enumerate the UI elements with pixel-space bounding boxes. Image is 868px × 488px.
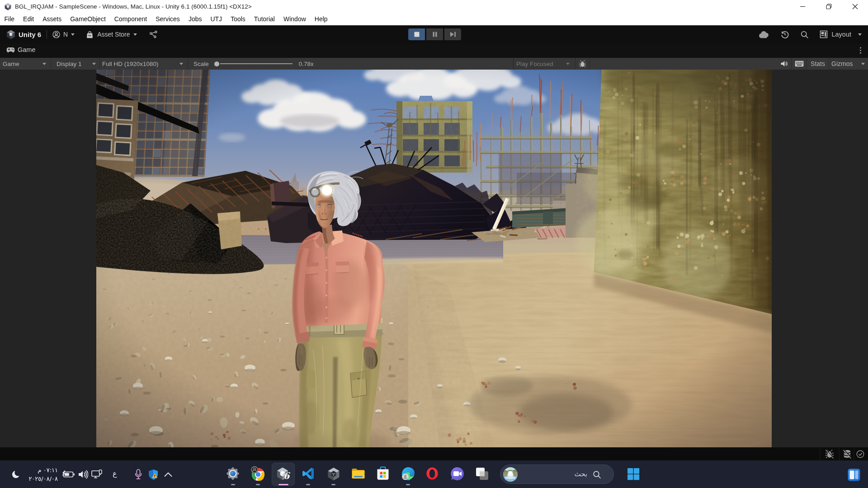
view-mode-dropdown[interactable]: Game xyxy=(0,58,51,70)
undo-history-icon[interactable] xyxy=(780,30,789,39)
taskbar-search-box[interactable]: بحث xyxy=(500,465,614,484)
gizmos-dropdown[interactable]: Gizmos xyxy=(829,58,868,70)
multiplayer-share-icon[interactable] xyxy=(149,31,158,38)
game-tab-label: Game xyxy=(18,46,36,53)
taskbar-edge-icon[interactable] xyxy=(401,466,416,482)
layout-grid-icon xyxy=(820,30,828,38)
tray-clock[interactable]: ٠٧:١١ م ٢٠٢٥/٠٨/٠٨ xyxy=(23,466,58,483)
scale-value: 0.78x xyxy=(299,61,314,67)
menu-jobs[interactable]: Jobs xyxy=(184,13,206,25)
search-icon[interactable] xyxy=(800,30,809,39)
cache-disabled-icon[interactable] xyxy=(842,450,852,459)
unity-toolbar: Unity 6 N Asset Store xyxy=(0,25,868,43)
running-indicator-active xyxy=(278,484,288,485)
taskbar-opera-icon[interactable] xyxy=(425,467,439,480)
tray-date: ٢٠٢٥/٠٨/٠٨ xyxy=(23,474,58,483)
menu-utj[interactable]: UTJ xyxy=(206,13,226,25)
account-caret-icon xyxy=(71,33,75,36)
menu-window[interactable]: Window xyxy=(279,13,310,25)
step-button[interactable] xyxy=(444,28,461,40)
game-viewport-render[interactable] xyxy=(96,70,772,447)
taskbar-microsoft-store-icon[interactable] xyxy=(376,466,390,481)
battery-charging-icon[interactable] xyxy=(61,469,75,479)
taskbar-settings-icon[interactable] xyxy=(226,467,240,480)
windows-security-shield-icon[interactable] xyxy=(147,469,159,480)
debugger-disabled-icon[interactable] xyxy=(825,450,835,459)
widgets-icon[interactable] xyxy=(847,468,861,482)
menu-component[interactable]: Component xyxy=(110,13,151,25)
tab-menu-kebab-icon[interactable] xyxy=(857,47,864,54)
play-stop-button[interactable] xyxy=(408,28,425,40)
scale-control: Scale 0.78x xyxy=(188,58,324,70)
frame-debugger-button[interactable] xyxy=(576,58,590,70)
asset-store-caret-icon xyxy=(133,33,137,36)
step-icon xyxy=(450,32,456,37)
game-scene-image xyxy=(96,70,772,447)
stop-icon xyxy=(414,32,420,37)
taskbar-unity-icon[interactable]: 6 xyxy=(276,466,291,482)
gizmos-caret-icon xyxy=(861,63,865,65)
keyboard-input-button[interactable] xyxy=(792,58,807,70)
account-label: N xyxy=(63,31,68,38)
running-indicator xyxy=(306,484,310,485)
play-focused-dropdown[interactable]: Play Focused xyxy=(514,58,575,70)
window-controls xyxy=(789,0,868,13)
taskbar-unity-hub-icon[interactable] xyxy=(326,467,341,481)
volume-icon[interactable] xyxy=(77,469,88,479)
window-titlebar[interactable]: BGL_IRQJAM - SampleScene - Windows, Mac,… xyxy=(0,0,868,13)
asset-store-button[interactable]: Asset Store xyxy=(86,31,137,38)
game-view-toolbar: Game Display 1 Full HD (868x488) Scale… xyxy=(0,58,868,70)
scale-slider-knob[interactable] xyxy=(214,61,219,66)
restore-button[interactable] xyxy=(816,0,842,13)
close-button[interactable] xyxy=(842,0,868,13)
minimize-button[interactable] xyxy=(789,0,816,13)
tab-game[interactable]: Game xyxy=(6,46,36,53)
menu-assets[interactable]: Assets xyxy=(38,13,66,25)
bug-icon xyxy=(579,60,586,68)
play-focused-caret-icon xyxy=(566,63,570,65)
layout-label: Layout xyxy=(831,31,851,38)
running-indicator xyxy=(331,484,335,485)
scale-slider-track[interactable] xyxy=(220,63,292,64)
cloud-icon[interactable] xyxy=(759,31,769,38)
menu-tutorial[interactable]: Tutorial xyxy=(250,13,279,25)
view-mode-caret-icon xyxy=(42,63,46,65)
network-display-icon[interactable] xyxy=(91,469,103,480)
pause-button[interactable] xyxy=(426,28,443,40)
windows-taskbar: ٠٧:١١ م ٢٠٢٥/٠٨/٠٨ ع xyxy=(0,460,868,488)
tray-language-indicator[interactable]: ع xyxy=(113,469,117,478)
taskbar-file-explorer-icon[interactable] xyxy=(351,467,366,480)
restore-icon xyxy=(826,4,832,9)
window-title: BGL_IRQJAM - SampleScene - Windows, Mac,… xyxy=(15,3,252,10)
taskbar-snipping-icon[interactable] xyxy=(474,467,490,481)
minimize-icon xyxy=(800,4,806,9)
stats-button[interactable]: Stats xyxy=(807,58,829,70)
tray-chevron-up-icon[interactable] xyxy=(164,471,173,478)
layout-dropdown[interactable]: Layout xyxy=(820,30,862,38)
menu-services[interactable]: Services xyxy=(151,13,184,25)
microphone-icon[interactable] xyxy=(134,469,143,480)
mute-audio-button[interactable] xyxy=(777,58,791,70)
resolution-dropdown[interactable]: Full HD (868x488) xyxy=(100,58,188,70)
menu-tools[interactable]: Tools xyxy=(226,13,250,25)
taskbar-vscode-icon[interactable] xyxy=(302,467,315,480)
svg-text:6: 6 xyxy=(283,470,291,481)
pause-icon xyxy=(432,32,438,37)
menu-edit[interactable]: Edit xyxy=(19,13,38,25)
gizmos-label: Gizmos xyxy=(831,60,853,67)
toolbar-right-cluster: Layout xyxy=(759,25,862,43)
account-button[interactable]: N xyxy=(52,31,75,38)
start-button[interactable] xyxy=(627,468,640,480)
display-target-label: Display 1 xyxy=(57,61,82,67)
focus-assist-moon-icon[interactable] xyxy=(11,469,21,479)
scale-label: Scale xyxy=(193,61,209,67)
taskbar-chrome-icon[interactable] xyxy=(250,466,266,481)
taskbar-zoom-icon[interactable] xyxy=(450,466,465,481)
display-target-dropdown[interactable]: Display 1 xyxy=(51,58,99,70)
progress-ok-icon[interactable] xyxy=(856,450,864,458)
menu-file[interactable]: File xyxy=(0,13,19,25)
display-target-caret-icon xyxy=(92,63,96,65)
menu-help[interactable]: Help xyxy=(310,13,332,25)
status-separator xyxy=(854,447,854,460)
menu-gameobject[interactable]: GameObject xyxy=(66,13,110,25)
